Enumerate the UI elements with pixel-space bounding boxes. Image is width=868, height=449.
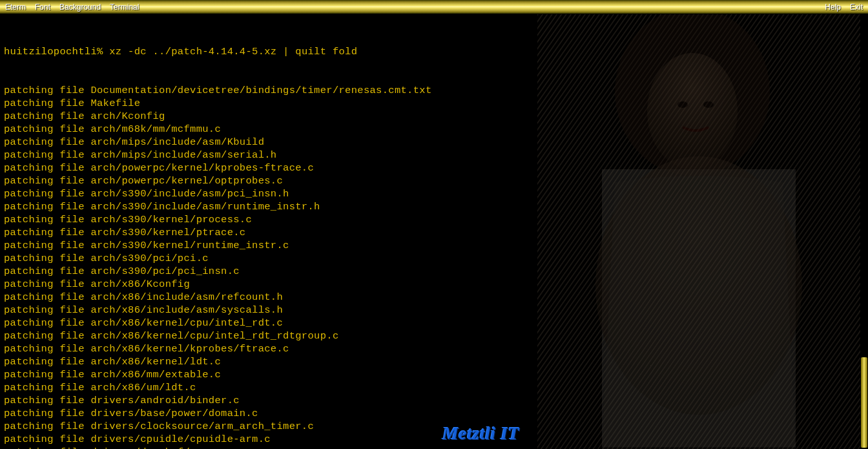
scrollbar-thumb[interactable]: [861, 357, 867, 448]
output-line: patching file drivers/base/power/domain.…: [4, 407, 432, 420]
terminal-output: huitzilopochtli% xz -dc ../patch-4.14.4-…: [4, 19, 432, 449]
output-line: patching file arch/x86/um/ldt.c: [4, 381, 432, 394]
output-line: patching file drivers/dma-buf/sw_sync.c: [4, 446, 432, 449]
menu-help[interactable]: Help: [825, 3, 841, 12]
menubar-right: Help Exit: [825, 3, 863, 12]
prompt-line: huitzilopochtli% xz -dc ../patch-4.14.4-…: [4, 45, 432, 58]
menu-font[interactable]: Font: [35, 3, 50, 12]
output-line: patching file arch/s390/pci/pci.c: [4, 252, 432, 265]
svg-rect-9: [537, 14, 860, 449]
menu-eterm[interactable]: Eterm: [5, 3, 26, 12]
output-line: patching file arch/x86/include/asm/sysca…: [4, 304, 432, 317]
menu-background[interactable]: Background: [59, 3, 101, 12]
menubar: Eterm Font Background Terminal Help Exit: [0, 0, 868, 14]
shell-command: xz -dc ../patch-4.14.4-5.xz | quilt fold: [109, 46, 357, 57]
output-line: patching file arch/x86/include/asm/refco…: [4, 291, 432, 304]
output-line: patching file arch/x86/kernel/cpu/intel_…: [4, 329, 432, 342]
output-line: patching file arch/s390/include/asm/runt…: [4, 200, 432, 213]
output-line: patching file arch/x86/mm/extable.c: [4, 368, 432, 381]
output-line: patching file arch/Kconfig: [4, 110, 432, 123]
output-line: patching file arch/x86/Kconfig: [4, 278, 432, 291]
background-image: [537, 14, 860, 449]
scrollbar[interactable]: [860, 14, 868, 449]
output-line: patching file drivers/clocksource/arm_ar…: [4, 420, 432, 433]
terminal[interactable]: huitzilopochtli% xz -dc ../patch-4.14.4-…: [0, 14, 868, 449]
output-line: patching file arch/powerpc/kernel/kprobe…: [4, 162, 432, 174]
output-line: patching file arch/s390/kernel/runtime_i…: [4, 239, 432, 252]
output-line: patching file drivers/cpuidle/cpuidle-ar…: [4, 433, 432, 446]
output-line: patching file arch/s390/kernel/ptrace.c: [4, 226, 432, 239]
output-line: patching file arch/mips/include/asm/Kbui…: [4, 136, 432, 149]
menu-terminal[interactable]: Terminal: [110, 3, 139, 12]
output-line: patching file arch/mips/include/asm/seri…: [4, 149, 432, 162]
output-line: patching file arch/s390/kernel/process.c: [4, 213, 432, 226]
output-line: patching file arch/s390/pci/pci_insn.c: [4, 265, 432, 278]
watermark-logo: Metztli IT: [442, 423, 519, 444]
output-line: patching file drivers/android/binder.c: [4, 394, 432, 407]
output-line: patching file Documentation/devicetree/b…: [4, 84, 432, 97]
output-line: patching file arch/m68k/mm/mcfmmu.c: [4, 123, 432, 136]
output-line: patching file arch/x86/kernel/cpu/intel_…: [4, 317, 432, 329]
shell-prompt: huitzilopochtli%: [4, 46, 109, 57]
output-line: patching file arch/powerpc/kernel/optpro…: [4, 174, 432, 187]
output-line: patching file arch/x86/kernel/kprobes/ft…: [4, 342, 432, 355]
menu-exit[interactable]: Exit: [850, 3, 863, 12]
output-line: patching file arch/s390/include/asm/pci_…: [4, 187, 432, 200]
output-line: patching file arch/x86/kernel/ldt.c: [4, 355, 432, 368]
menubar-left: Eterm Font Background Terminal: [5, 3, 139, 12]
output-line: patching file Makefile: [4, 97, 432, 110]
